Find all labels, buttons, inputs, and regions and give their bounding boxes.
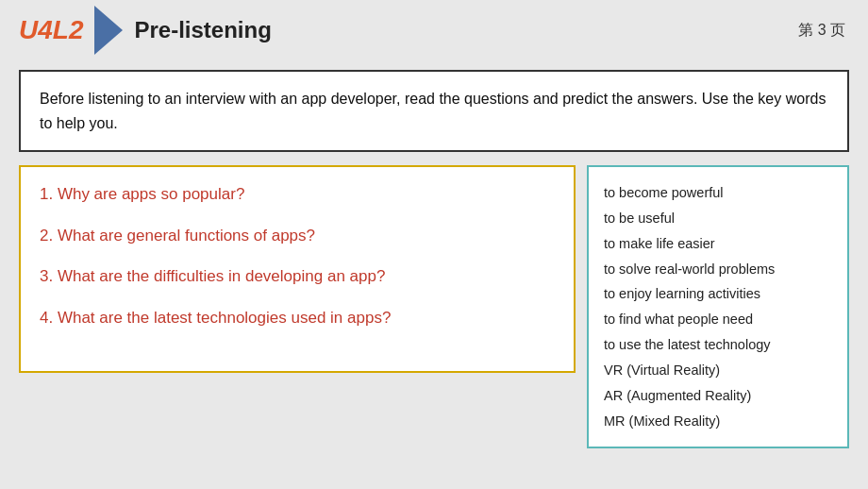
question-item: 2. What are general functions of apps? — [40, 224, 555, 248]
question-item: 1. Why are apps so popular? — [40, 182, 555, 207]
keyword-item: to enjoy learning activities — [604, 281, 832, 307]
keyword-item: to use the latest technology — [604, 332, 832, 358]
main-content: Before listening to an interview with an… — [0, 60, 868, 458]
unit-label: U4L2 — [19, 15, 83, 45]
chevron-icon — [94, 6, 123, 55]
keyword-item: to be useful — [604, 206, 832, 231]
question-item: 3. What are the difficulties in developi… — [40, 264, 555, 289]
questions-box: 1. Why are apps so popular?2. What are g… — [19, 165, 576, 373]
two-column-section: 1. Why are apps so popular?2. What are g… — [19, 165, 849, 448]
page-title: Pre-listening — [134, 17, 271, 43]
keyword-item: to make life easier — [604, 231, 832, 257]
keyword-item: to solve real-world problems — [604, 257, 832, 282]
instruction-box: Before listening to an interview with an… — [19, 70, 849, 152]
keyword-item: VR (Virtual Reality) — [604, 358, 832, 383]
keyword-item: to find what people need — [604, 307, 832, 332]
keywords-box: to become powerfulto be usefulto make li… — [587, 165, 849, 448]
keyword-item: AR (Augmented Reality) — [604, 383, 832, 409]
keyword-item: to become powerful — [604, 180, 832, 206]
question-item: 4. What are the latest technologies used… — [40, 306, 555, 330]
instruction-text: Before listening to an interview with an… — [40, 91, 826, 131]
keyword-item: MR (Mixed Reality) — [604, 409, 832, 434]
header: U4L2 Pre-listening 第 3 页 — [0, 0, 868, 60]
page-number: 第 3 页 — [798, 21, 845, 41]
